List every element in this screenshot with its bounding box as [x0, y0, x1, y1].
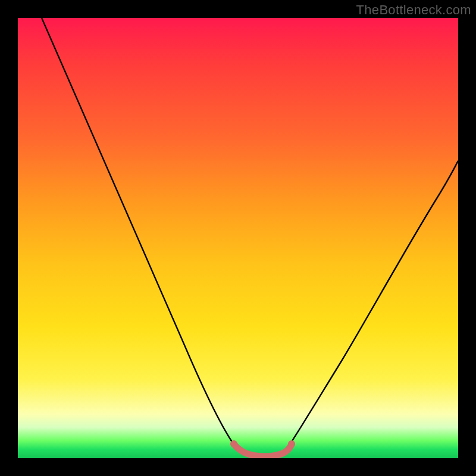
chart-frame: TheBottleneck.com [0, 0, 476, 476]
trough-red [234, 444, 292, 456]
curve-right [289, 161, 458, 446]
curve-left [42, 18, 235, 446]
trough-dot-left [230, 440, 237, 447]
gradient-plot-area [18, 18, 458, 458]
watermark-text: TheBottleneck.com [356, 2, 471, 18]
trough-dot-right [288, 440, 295, 447]
curve-svg [18, 18, 458, 458]
